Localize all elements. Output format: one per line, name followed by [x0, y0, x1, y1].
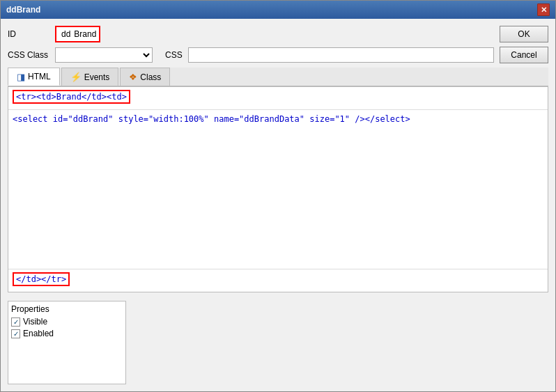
- visible-label: Visible: [23, 317, 47, 327]
- id-value: Brand: [74, 29, 96, 39]
- top-code-text: <tr><td>Brand</td><td>: [16, 92, 127, 102]
- enabled-label: Enabled: [23, 329, 54, 338]
- tab-html-label: HTML: [28, 72, 51, 81]
- id-label: ID: [8, 29, 49, 39]
- css-input[interactable]: [188, 47, 494, 63]
- css-class-label: CSS Class: [8, 50, 49, 60]
- content-code-text: <select id="ddBrand" style="width:100%" …: [13, 114, 410, 124]
- tab-class-label: Class: [140, 72, 161, 82]
- enabled-checkbox[interactable]: ✓: [11, 329, 20, 338]
- css-row: CSS Class CSS Cancel: [8, 47, 548, 63]
- properties-panel: Properties ✓ Visible ✓ Enabled: [8, 301, 126, 384]
- events-icon: ⚡: [70, 72, 82, 82]
- css-label: CSS: [165, 50, 183, 60]
- bottom-code-box: </td></tr>: [13, 272, 70, 286]
- editor-area: <tr><td>Brand</td><td> <select id="ddBra…: [8, 86, 548, 292]
- css-class-dropdown[interactable]: [55, 47, 153, 63]
- html-icon: ◨: [17, 72, 25, 82]
- ok-button[interactable]: OK: [500, 26, 548, 42]
- editor-bottom-line: </td></tr>: [8, 269, 548, 292]
- class-icon: ❖: [129, 72, 137, 82]
- title-bar: ddBrand ✕: [1, 1, 555, 19]
- property-enabled: ✓ Enabled: [11, 329, 123, 338]
- close-button[interactable]: ✕: [537, 3, 550, 16]
- property-visible: ✓ Visible: [11, 317, 123, 327]
- id-field-group: dd Brand: [55, 26, 100, 42]
- window-title: ddBrand: [6, 5, 40, 15]
- tabs-header: ◨ HTML ⚡ Events ❖ Class: [8, 68, 548, 86]
- tab-class[interactable]: ❖ Class: [120, 68, 170, 86]
- tab-html[interactable]: ◨ HTML: [8, 68, 60, 86]
- id-prefix: dd: [59, 29, 72, 40]
- editor-top-line: <tr><td>Brand</td><td>: [8, 87, 548, 110]
- bottom-code-text: </td></tr>: [16, 274, 66, 284]
- properties-title: Properties: [11, 304, 123, 314]
- visible-checkbox[interactable]: ✓: [11, 317, 20, 327]
- cancel-button[interactable]: Cancel: [500, 47, 548, 63]
- content-area: ID dd Brand OK CSS Class CSS Cancel ◨: [1, 19, 555, 391]
- top-code-box: <tr><td>Brand</td><td>: [13, 90, 130, 104]
- tabs-section: ◨ HTML ⚡ Events ❖ Class <tr><td>Brand</t…: [8, 68, 548, 292]
- editor-content[interactable]: <select id="ddBrand" style="width:100%" …: [8, 110, 548, 269]
- tab-events-label: Events: [84, 72, 110, 82]
- tab-events[interactable]: ⚡ Events: [61, 68, 119, 86]
- main-window: ddBrand ✕ ID dd Brand OK CSS Class CSS C…: [0, 0, 556, 392]
- id-row: ID dd Brand OK: [8, 26, 548, 42]
